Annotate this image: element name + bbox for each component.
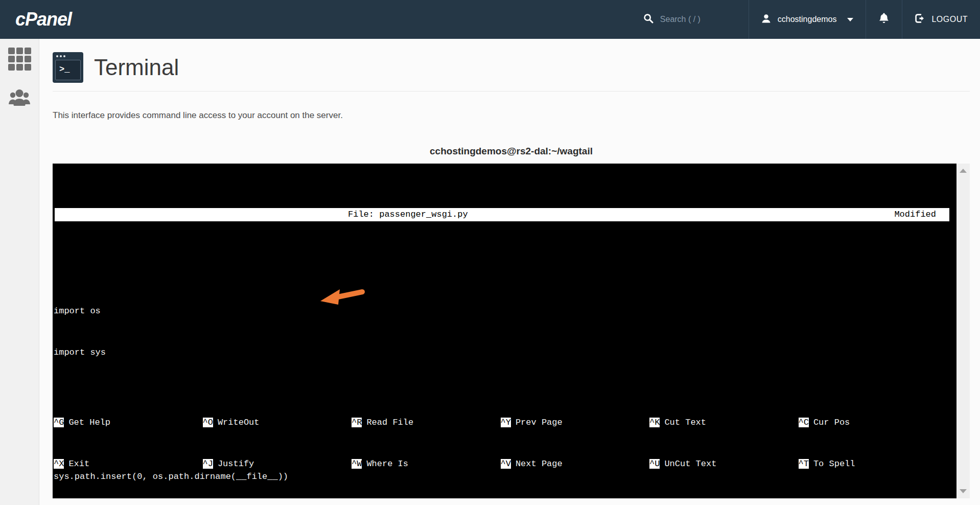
terminal-scrollbar[interactable] [956, 164, 970, 498]
search-icon [643, 13, 654, 26]
nano-title-bar: GNU nano 2.3.1 File: passenger_wsgi.py M… [55, 208, 949, 221]
user-menu[interactable]: cchostingdemos [749, 0, 866, 39]
terminal-session-title: cchostingdemos@rs2-dal:~/wagtail [53, 146, 970, 157]
top-navbar: cPanel Search ( / ) cchostingdemos [0, 0, 980, 39]
page-header: >_ Terminal [53, 52, 970, 83]
scroll-up-icon[interactable] [960, 169, 967, 173]
user-icon [761, 14, 771, 26]
users-icon[interactable] [8, 87, 31, 110]
logout-icon [915, 13, 925, 26]
username-label: cchostingdemos [778, 15, 837, 24]
shortcut-column: ^GGet Help ^XExit [54, 388, 203, 498]
cpanel-logo[interactable]: cPanel [0, 0, 72, 39]
terminal-app-icon: >_ [53, 52, 83, 83]
search-box[interactable]: Search ( / ) [631, 0, 749, 39]
terminal-window: GNU nano 2.3.1 File: passenger_wsgi.py M… [53, 164, 970, 498]
nano-modified-badge: Modified [894, 208, 936, 221]
shortcut-column: ^OWriteOut ^JJustify [203, 388, 352, 498]
left-sidebar [0, 39, 39, 505]
search-placeholder: Search ( / ) [660, 15, 701, 24]
nano-file-label: File: passenger_wsgi.py [348, 208, 468, 221]
nano-shortcut-bar: ^GGet Help ^XExit ^OWriteOut ^JJustify ^… [54, 388, 947, 498]
page-title: Terminal [94, 55, 179, 80]
navbar-right: Search ( / ) cchostingdemos [631, 0, 980, 39]
terminal-screen[interactable]: GNU nano 2.3.1 File: passenger_wsgi.py M… [53, 164, 956, 498]
main-content: >_ Terminal This interface provides comm… [39, 39, 980, 505]
shortcut-column: ^CCur Pos ^TTo Spell [799, 388, 948, 498]
shortcut-column: ^RRead File ^WWhere Is [352, 388, 501, 498]
scroll-down-icon[interactable] [960, 489, 967, 493]
logout-label: LOGOUT [931, 15, 968, 24]
code-line: import os [54, 304, 956, 318]
notifications-button[interactable] [866, 0, 902, 39]
chevron-down-icon [847, 18, 853, 21]
bell-icon [878, 12, 890, 27]
apps-grid-icon[interactable] [8, 48, 31, 71]
header-divider [53, 91, 970, 91]
code-line: import sys [54, 346, 956, 359]
shortcut-column: ^KCut Text ^UUnCut Text [649, 388, 799, 498]
window-dots-icon [56, 55, 65, 57]
nano-version-label: GNU nano 2.3.1 [97, 223, 180, 233]
shortcut-column: ^YPrev Page ^VNext Page [501, 388, 650, 498]
logout-button[interactable]: LOGOUT [902, 0, 980, 39]
page-description: This interface provides command line acc… [53, 110, 970, 121]
